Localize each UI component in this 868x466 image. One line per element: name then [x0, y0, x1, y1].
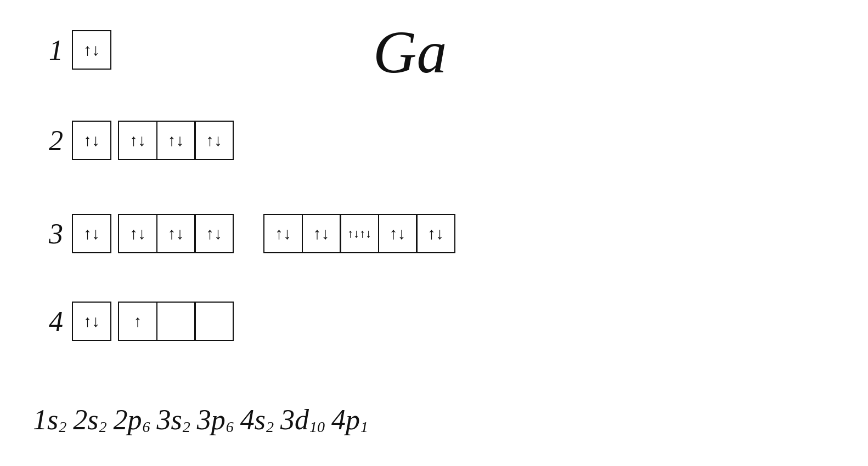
- orbital-box: ↑↓: [72, 121, 111, 160]
- orbital-row-1: 1 ↑↓: [33, 30, 111, 70]
- orbital-box: ↑↓↑↓: [340, 214, 379, 253]
- orbital-box: ↑↓: [263, 214, 303, 253]
- element-symbol: Ga: [373, 22, 447, 82]
- config-part-3s: 3s2: [157, 404, 190, 436]
- orbital-row-2: 2 ↑↓ ↑↓ ↑↓ ↑↓: [33, 121, 234, 160]
- arrow-display: ↑↓: [206, 132, 222, 149]
- orbital-box: ↑↓: [194, 121, 234, 160]
- config-part-4p: 4p1: [331, 404, 368, 436]
- config-part-1s: 1s2: [33, 404, 66, 436]
- main-container: Ga 1 ↑↓ 2 ↑↓ ↑↓ ↑↓ ↑↓: [0, 0, 868, 466]
- orbital-box: ↑↓: [416, 214, 455, 253]
- electron-config: 1s2 2s2 2p6 3s2 3p6 4s2 3d10 4p1: [33, 404, 368, 436]
- orbital-box: ↑↓: [156, 214, 196, 253]
- orbital-group-2p: ↑↓ ↑↓ ↑↓: [118, 121, 234, 160]
- orbital-group-3d: ↑↓ ↑↓ ↑↓↑↓ ↑↓ ↑↓: [263, 214, 455, 253]
- config-part-3d: 3d10: [280, 404, 325, 436]
- arrow-display: ↑↓↑↓: [347, 228, 371, 240]
- row-label-2: 2: [33, 124, 63, 157]
- row-label-1: 1: [33, 34, 63, 66]
- orbital-box: ↑↓: [72, 30, 111, 70]
- arrow-display: ↑↓: [168, 225, 184, 242]
- orbital-group-3p: ↑↓ ↑↓ ↑↓: [118, 214, 234, 253]
- arrow-display: ↑↓: [313, 225, 330, 242]
- config-part-3p: 3p6: [197, 404, 234, 436]
- orbital-box: ↑↓: [72, 214, 111, 253]
- orbital-group-1s: ↑↓: [72, 30, 111, 70]
- config-part-2p: 2p6: [114, 404, 150, 436]
- config-part-4s: 4s2: [240, 404, 274, 436]
- arrow-display: ↑↓: [390, 225, 406, 242]
- orbital-group-3s: ↑↓: [72, 214, 111, 253]
- arrow-display: ↑↓: [83, 42, 100, 58]
- arrow-display: ↑: [134, 313, 142, 329]
- arrow-display: ↑↓: [83, 225, 100, 242]
- orbital-box: ↑: [118, 302, 157, 341]
- orbital-row-3: 3 ↑↓ ↑↓ ↑↓ ↑↓ ↑↓ ↑↓: [33, 214, 455, 253]
- arrow-display: ↑↓: [206, 225, 222, 242]
- arrow-display: ↑↓: [83, 313, 100, 329]
- orbital-group-4s: ↑↓: [72, 302, 111, 341]
- arrow-display: ↑↓: [129, 132, 146, 149]
- orbital-box: ↑↓: [378, 214, 418, 253]
- row-label-3: 3: [33, 218, 63, 250]
- arrow-display: ↑↓: [168, 132, 184, 149]
- orbital-box: [194, 302, 234, 341]
- orbital-box: ↑↓: [156, 121, 196, 160]
- arrow-display: ↑↓: [83, 132, 100, 149]
- arrow-display: ↑↓: [129, 225, 146, 242]
- orbital-box: ↑↓: [302, 214, 341, 253]
- orbital-box: ↑↓: [194, 214, 234, 253]
- config-part-2s: 2s2: [73, 404, 106, 436]
- orbital-group-4p: ↑: [118, 302, 234, 341]
- orbital-group-2s: ↑↓: [72, 121, 111, 160]
- arrow-display: ↑↓: [275, 225, 291, 242]
- orbital-box: ↑↓: [118, 214, 157, 253]
- arrow-display: ↑↓: [427, 225, 444, 242]
- orbital-box: ↑↓: [118, 121, 157, 160]
- orbital-row-4: 4 ↑↓ ↑: [33, 302, 234, 341]
- orbital-box: ↑↓: [72, 302, 111, 341]
- orbital-box: [156, 302, 196, 341]
- row-label-4: 4: [33, 305, 63, 338]
